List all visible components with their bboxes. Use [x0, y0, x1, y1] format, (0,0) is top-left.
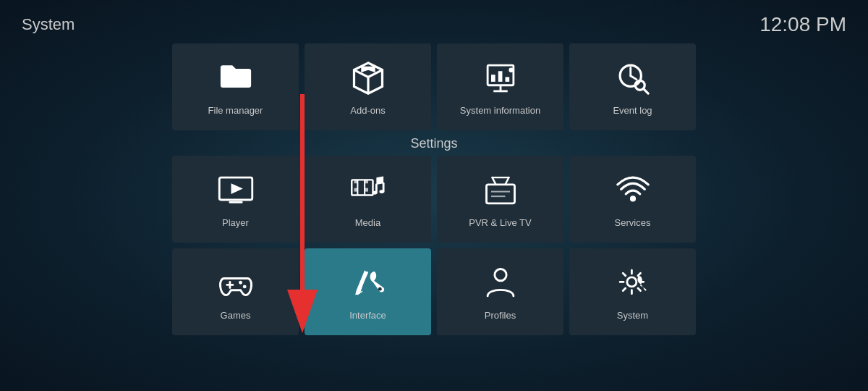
pvr-icon: [481, 171, 520, 210]
tile-interface-label: Interface: [349, 310, 386, 321]
tile-file-manager-label: File manager: [208, 105, 263, 116]
tile-system-information[interactable]: System information: [437, 43, 563, 130]
tile-pvr-live-tv-label: PVR & Live TV: [469, 217, 531, 228]
top-tiles-row: File manager Add-ons: [22, 43, 846, 130]
svg-point-42: [626, 277, 636, 286]
tile-media[interactable]: Media: [305, 156, 431, 243]
svg-line-27: [492, 177, 495, 185]
bottom-tiles-row: Games Interface: [22, 248, 846, 335]
svg-line-28: [505, 177, 509, 185]
svg-point-6: [509, 67, 514, 72]
tile-event-log-label: Event log: [613, 105, 652, 116]
clock: 12:08 PM: [760, 13, 846, 36]
svg-rect-3: [491, 75, 495, 82]
sysinfo-icon: [481, 59, 520, 98]
tile-services[interactable]: Services: [569, 156, 696, 243]
svg-line-9: [630, 75, 636, 79]
svg-rect-4: [498, 71, 502, 82]
tile-interface[interactable]: Interface: [305, 248, 431, 335]
media-icon: [349, 171, 388, 210]
svg-point-23: [372, 190, 377, 194]
tile-profiles-label: Profiles: [485, 310, 516, 321]
svg-point-35: [239, 280, 242, 284]
player-icon: [216, 171, 255, 210]
tile-system[interactable]: System: [569, 248, 696, 335]
tile-media-label: Media: [355, 217, 380, 228]
addons-icon: [349, 59, 388, 98]
services-icon: [613, 171, 652, 210]
page-title: System: [22, 15, 75, 34]
svg-point-32: [629, 196, 635, 201]
svg-marker-13: [231, 183, 242, 194]
tile-player-label: Player: [222, 217, 249, 228]
svg-line-11: [643, 88, 648, 93]
svg-point-41: [494, 269, 506, 280]
svg-point-40: [378, 287, 381, 290]
folder-icon: [216, 59, 255, 98]
svg-rect-5: [505, 77, 509, 82]
middle-tiles-row: Player: [22, 156, 846, 243]
svg-point-25: [379, 190, 384, 193]
tile-system-information-label: System information: [460, 105, 540, 116]
interface-icon: [349, 264, 388, 303]
tile-event-log[interactable]: Event log: [569, 43, 696, 130]
svg-marker-39: [355, 270, 367, 295]
tile-profiles[interactable]: Profiles: [437, 248, 563, 335]
tile-system-label: System: [617, 310, 648, 321]
tile-add-ons[interactable]: Add-ons: [305, 43, 431, 130]
games-icon: [216, 264, 255, 303]
tile-pvr-live-tv[interactable]: PVR & Live TV: [437, 156, 563, 243]
eventlog-icon: [613, 59, 652, 98]
system-icon: [613, 264, 652, 303]
tile-games[interactable]: Games: [172, 248, 299, 335]
tile-services-label: Services: [615, 217, 651, 228]
svg-point-36: [242, 285, 246, 288]
tile-add-ons-label: Add-ons: [350, 105, 385, 116]
svg-rect-26: [486, 184, 514, 203]
tile-player[interactable]: Player: [172, 156, 299, 243]
tile-file-manager[interactable]: File manager: [172, 43, 299, 130]
profiles-icon: [481, 264, 520, 303]
settings-label: Settings: [22, 136, 846, 151]
tile-games-label: Games: [221, 310, 251, 321]
